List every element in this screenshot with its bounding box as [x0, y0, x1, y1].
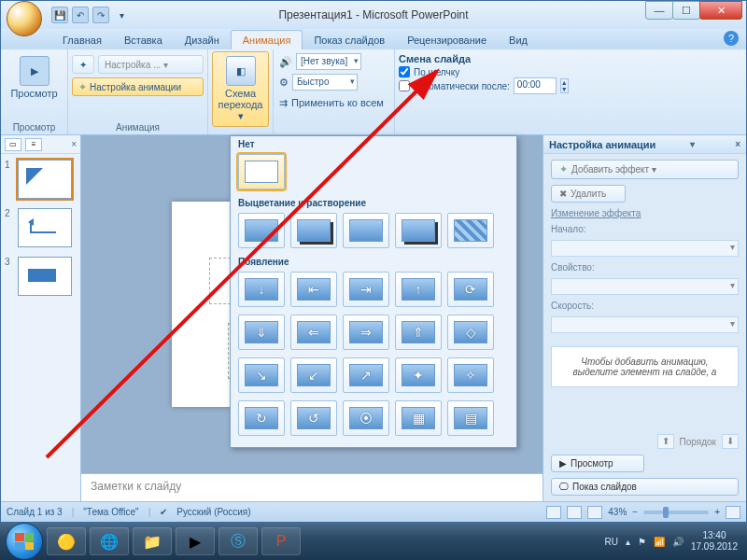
pane-close[interactable]: ×	[71, 139, 77, 149]
taskbar-explorer[interactable]: 📁	[133, 527, 172, 555]
transition-speed-dropdown[interactable]: Быстро	[292, 74, 358, 91]
transition-item[interactable]: ↙	[290, 357, 337, 393]
spellcheck-icon[interactable]: ✔	[160, 507, 167, 517]
tray-volume-icon[interactable]: 🔊	[672, 537, 684, 547]
thumb-1[interactable]	[18, 160, 72, 199]
status-lang[interactable]: Русский (Россия)	[176, 507, 250, 517]
transition-scheme-button[interactable]: ◧ Схема перехода ▾	[212, 51, 269, 127]
notes-pane[interactable]: Заметки к слайду	[81, 473, 543, 501]
thumb-row[interactable]: 3	[5, 257, 77, 296]
thumb-2[interactable]	[18, 208, 72, 247]
animate-dropdown[interactable]: Настройка ... ▾	[98, 55, 204, 74]
zoom-slider[interactable]	[643, 511, 709, 514]
qat-save[interactable]: 💾	[51, 7, 68, 23]
transition-item[interactable]: ◇	[447, 315, 494, 350]
order-down-button[interactable]: ⬇	[722, 434, 739, 449]
tray-flag-icon[interactable]: ⚑	[638, 537, 646, 547]
advance-auto-checkbox[interactable]: Автоматически после: 00:00 ▲▼	[399, 77, 742, 94]
pane-tab-slides[interactable]: ▭	[5, 138, 21, 151]
transition-item[interactable]: ↓	[238, 272, 285, 307]
view-normal-button[interactable]	[546, 506, 561, 519]
auto-time-input[interactable]: 00:00	[514, 77, 557, 94]
transition-item[interactable]: ⇥	[343, 272, 389, 307]
close-button[interactable]: ✕	[699, 1, 742, 20]
fit-button[interactable]	[726, 506, 740, 519]
transition-item[interactable]: ↺	[290, 400, 337, 436]
transition-item[interactable]: ✦	[395, 357, 442, 393]
transition-sound-dropdown[interactable]: [Нет звука]	[296, 53, 361, 70]
transition-item[interactable]: ↘	[238, 357, 285, 393]
thumb-row[interactable]: 2	[5, 208, 77, 247]
apply-all-button[interactable]: Применить ко всем	[291, 97, 384, 108]
pane-tab-outline[interactable]: ≡	[25, 138, 42, 151]
zoom-value[interactable]: 43%	[608, 507, 627, 517]
tab-insert[interactable]: Вставка	[113, 31, 174, 49]
tab-view[interactable]: Вид	[498, 31, 539, 49]
transition-item[interactable]: ⇐	[290, 315, 337, 350]
qat-more[interactable]: ▾	[113, 7, 130, 23]
transition-item[interactable]: ↻	[238, 400, 285, 436]
speed-select[interactable]	[551, 316, 739, 333]
tray-up-icon[interactable]: ▴	[626, 537, 630, 547]
tray-clock[interactable]: 13:40 17.09.2012	[691, 530, 738, 553]
transition-item[interactable]	[290, 213, 337, 248]
taskpane-preview-button[interactable]: ▶ Просмотр	[551, 455, 644, 472]
time-spinner[interactable]: ▲▼	[560, 78, 569, 93]
transition-item[interactable]: ▦	[395, 400, 442, 436]
add-effect-button[interactable]: ✦ Добавить эффект ▾	[551, 160, 739, 179]
transition-none[interactable]	[238, 154, 285, 189]
on-click-input[interactable]	[399, 66, 410, 77]
advance-on-click-checkbox[interactable]: По щелчку	[399, 66, 742, 77]
taskbar-skype[interactable]: Ⓢ	[218, 527, 258, 555]
transition-item[interactable]	[238, 213, 285, 248]
taskbar-ie[interactable]: 🌐	[90, 527, 129, 555]
taskbar-chrome[interactable]: 🟡	[47, 527, 86, 555]
custom-animation-button[interactable]: ✦ Настройка анимации	[72, 77, 204, 96]
transition-item[interactable]: ✧	[447, 357, 494, 393]
minimize-button[interactable]: —	[645, 1, 673, 20]
delete-effect-button[interactable]: ✖ Удалить	[551, 185, 626, 203]
tray-network-icon[interactable]: 📶	[654, 537, 665, 547]
transition-item[interactable]: ⟳	[447, 272, 494, 307]
property-select[interactable]	[551, 278, 739, 295]
transition-item[interactable]: ⇤	[290, 272, 337, 307]
taskpane-close-icon[interactable]: ×	[735, 139, 740, 149]
transition-item[interactable]: ⇑	[395, 315, 442, 350]
thumb-3[interactable]	[18, 257, 72, 296]
animate-icon-button[interactable]: ✦	[72, 55, 94, 74]
auto-input[interactable]	[399, 80, 410, 91]
taskbar-mediaplayer[interactable]: ▶	[176, 527, 215, 555]
zoom-in-button[interactable]: +	[714, 507, 720, 517]
transition-item[interactable]	[447, 213, 494, 248]
transition-item[interactable]: ↗	[343, 357, 389, 393]
view-slideshow-button[interactable]	[587, 506, 602, 519]
tray-lang[interactable]: RU	[604, 537, 617, 547]
taskbar-powerpoint[interactable]: P	[261, 527, 301, 555]
order-up-button[interactable]: ⬆	[657, 434, 674, 449]
transition-item[interactable]	[343, 213, 389, 248]
qat-undo[interactable]: ↶	[72, 7, 89, 23]
transition-item[interactable]: ⇒	[343, 315, 389, 350]
tab-design[interactable]: Дизайн	[174, 31, 231, 49]
help-icon[interactable]: ?	[724, 31, 739, 46]
transition-item[interactable]: ↑	[395, 272, 442, 307]
taskpane-menu-icon[interactable]: ▾	[690, 139, 695, 149]
maximize-button[interactable]: ☐	[672, 1, 700, 20]
tab-review[interactable]: Рецензирование	[396, 31, 498, 49]
office-button[interactable]	[7, 1, 42, 36]
tab-animation[interactable]: Анимация	[231, 30, 303, 49]
transition-item[interactable]	[395, 213, 442, 248]
start-button[interactable]	[6, 523, 43, 560]
start-select[interactable]	[551, 240, 739, 257]
thumb-row[interactable]: 1	[5, 160, 77, 199]
taskpane-slideshow-button[interactable]: 🖵 Показ слайдов	[551, 478, 739, 496]
view-sorter-button[interactable]	[567, 506, 582, 519]
zoom-out-button[interactable]: −	[632, 507, 638, 517]
tab-home[interactable]: Главная	[51, 31, 113, 49]
qat-redo[interactable]: ↷	[92, 7, 109, 23]
tab-slideshow[interactable]: Показ слайдов	[303, 31, 396, 49]
transition-item[interactable]: ⦿	[343, 400, 389, 436]
transition-item[interactable]: ▤	[447, 400, 494, 436]
preview-button[interactable]: ▶ Просмотр	[5, 51, 63, 104]
transition-item[interactable]: ⇓	[238, 315, 285, 350]
